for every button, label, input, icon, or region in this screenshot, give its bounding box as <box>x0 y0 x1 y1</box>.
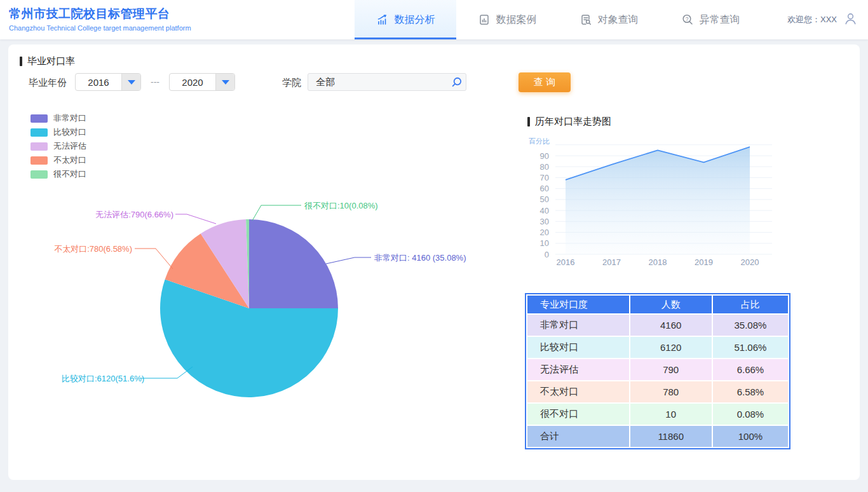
pie-leader-line <box>175 214 216 224</box>
cell-pct: 51.06% <box>713 337 788 358</box>
table-row: 比较对口612051.06% <box>527 337 788 358</box>
username: XXX <box>820 15 837 24</box>
cell-count: 790 <box>630 359 712 380</box>
main-panel: 毕业对口率 毕业年份 2016 --- 2020 学院 查 询 非常对口比较对口… <box>8 44 860 480</box>
y-tick-label: 30 <box>540 217 549 226</box>
table-header-row: 专业对口度 人数 占比 <box>527 296 788 313</box>
cell-pct: 6.66% <box>713 359 788 380</box>
app-logo: 常州市技工院校目标管理平台 Changzhou Technical Colleg… <box>9 6 191 32</box>
x-tick-label: 2016 <box>557 257 575 267</box>
welcome-label: 欢迎您： <box>787 15 820 24</box>
cell-count: 4160 <box>630 315 712 336</box>
trend-area <box>566 147 750 254</box>
tab-label: 对象查询 <box>598 13 639 27</box>
app-title: 常州市技工院校目标管理平台 <box>9 6 191 22</box>
cell-pct: 6.58% <box>713 381 788 402</box>
tab-data-cases[interactable]: 数据案例 <box>456 0 558 39</box>
y-tick-label: 90 <box>540 151 549 161</box>
y-tick-label: 60 <box>540 184 549 193</box>
cell-pct: 0.08% <box>713 404 788 425</box>
main-nav: 数据分析 数据案例 对象查询 <box>355 0 761 39</box>
magnifier-question-icon: ? <box>681 13 694 26</box>
result-table-body: 非常对口416035.08%比较对口612051.06%无法评估7906.66%… <box>527 315 788 447</box>
cell-pct: 100% <box>713 426 788 447</box>
y-tick-label: 20 <box>540 228 549 237</box>
tab-label: 数据案例 <box>496 13 537 27</box>
cell-pct: 35.08% <box>713 315 788 336</box>
tab-object-query[interactable]: 对象查询 <box>558 0 660 39</box>
cell-category: 无法评估 <box>527 359 629 380</box>
pie-callout-butai: 不太对口:780(6.58%) <box>37 243 132 255</box>
cell-category: 非常对口 <box>527 315 629 336</box>
app-subtitle: Changzhou Technical College target manag… <box>9 24 191 32</box>
col-header-count: 人数 <box>630 296 712 313</box>
pie-leader-line <box>252 205 301 221</box>
cell-category: 很不对口 <box>527 404 629 425</box>
pie-callout-bijiao: 比较对口:6120(51.6%) <box>62 373 144 385</box>
pie-leader-line <box>326 257 371 264</box>
pie-slice[interactable] <box>249 219 338 308</box>
table-row: 不太对口7806.58% <box>527 381 788 402</box>
y-tick-label: 70 <box>540 173 549 182</box>
x-tick-label: 2017 <box>602 257 621 267</box>
document-search-icon <box>580 13 592 26</box>
cell-category: 不太对口 <box>527 381 629 402</box>
y-tick-label: 10 <box>540 238 549 248</box>
trend-chart-svg: 010203040506070809020162017201820192020 <box>525 124 792 280</box>
welcome-area: 欢迎您：XXX <box>787 0 858 39</box>
pie-callout-feichang: 非常对口: 4160 (35.08%) <box>374 252 466 264</box>
tab-data-analysis[interactable]: 数据分析 <box>355 0 456 39</box>
y-tick-label: 50 <box>540 195 549 204</box>
cell-count: 6120 <box>630 337 712 358</box>
pie-callout-henbu: 很不对口:10(0.08%) <box>304 200 378 212</box>
query-button[interactable]: 查 询 <box>519 72 571 92</box>
top-header: 常州市技工院校目标管理平台 Changzhou Technical Colleg… <box>0 0 868 39</box>
table-row: 无法评估7906.66% <box>527 359 788 380</box>
trend-area-fill <box>566 147 750 254</box>
cell-count: 11860 <box>630 426 712 447</box>
y-tick-label: 80 <box>540 162 549 172</box>
tab-label: 数据分析 <box>395 13 435 27</box>
tab-anomaly-query[interactable]: ? 异常查询 <box>660 0 761 39</box>
svg-text:?: ? <box>685 16 688 22</box>
table-row: 很不对口100.08% <box>527 404 788 425</box>
welcome-text: 欢迎您：XXX <box>787 14 837 25</box>
cell-count: 10 <box>630 404 712 425</box>
x-tick-label: 2018 <box>649 257 667 267</box>
document-chart-icon <box>478 13 491 26</box>
result-table: 专业对口度 人数 占比 非常对口416035.08%比较对口612051.06%… <box>525 293 790 449</box>
table-row: 合计11860100% <box>527 426 788 447</box>
x-tick-label: 2019 <box>695 257 713 267</box>
x-tick-label: 2020 <box>741 257 759 267</box>
cell-category: 合计 <box>527 426 629 447</box>
tab-label: 异常查询 <box>700 13 740 27</box>
pie-leader-line <box>135 249 173 269</box>
col-header-category: 专业对口度 <box>527 296 629 313</box>
y-tick-label: 0 <box>545 250 549 259</box>
y-tick-label: 40 <box>540 206 549 215</box>
table-row: 非常对口416035.08% <box>527 315 788 336</box>
col-header-pct: 占比 <box>713 296 788 313</box>
user-icon[interactable] <box>843 11 858 29</box>
cell-count: 780 <box>630 381 712 402</box>
pie-slices <box>160 219 338 397</box>
bar-chart-arrow-icon <box>376 13 389 26</box>
pie-callout-wufa: 无法评估:790(6.66%) <box>78 209 173 221</box>
cell-category: 比较对口 <box>527 337 629 358</box>
